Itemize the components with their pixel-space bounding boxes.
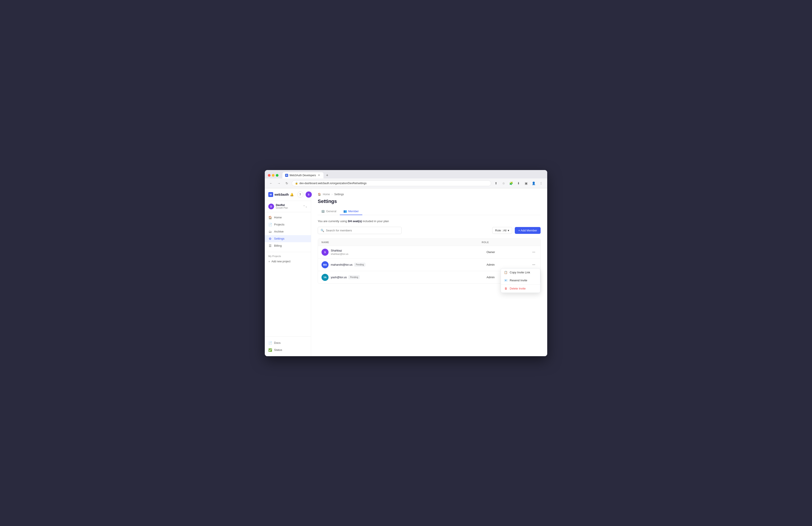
my-projects-section: My Projects + Add new project [265,253,311,266]
seat-info-suffix: included in your plan [362,219,389,223]
share-button[interactable]: ⬆ [493,180,499,186]
add-member-button[interactable]: + Add Member [515,227,541,234]
sidebar-item-home[interactable]: 🏠 Home [265,214,311,221]
add-project-button[interactable]: + Add new project [268,259,307,264]
forward-button[interactable]: → [276,180,282,186]
tab-general-label: General [326,210,336,213]
lock-icon: 🔒 [295,182,298,185]
col-role-header: ROLE [482,241,526,244]
add-icon: + [268,260,270,263]
chevron-down-icon: ▾ [508,229,509,232]
header-actions: 🔔 ? S [289,191,312,198]
toolbar-actions: ⬆ ☆ 🧩 ⬇ ▣ 👤 ⋮ [493,180,544,186]
general-tab-icon: 🏢 [321,210,325,213]
home-icon: 🏠 [268,216,272,219]
resend-invite-item[interactable]: 📧 Resend Invite [501,276,540,284]
user-profile-button[interactable]: 👤 [531,180,537,186]
bookmark-button[interactable]: ☆ [501,180,507,186]
member-details: yash@tor.us Pending [331,275,360,279]
right-controls: Role : All ▾ + Add Member [492,227,541,234]
avatar: MA [321,261,329,268]
tab-close-button[interactable]: ✕ [317,173,321,177]
org-selector[interactable]: D DevRel Growth Plan ⌃⌄ [265,201,311,212]
browser-tab-active[interactable]: W Web3Auth Developers ✕ [282,172,323,179]
menu-button[interactable]: ⋮ [538,180,544,186]
address-bar[interactable]: 🔒 dev-dashboard.web3auth.io/organization… [292,181,491,186]
profiles-button[interactable]: ▣ [523,180,529,186]
tab-member[interactable]: 👥 Member [340,208,362,215]
copy-invite-link-item[interactable]: 📋 Copy Invite Link [501,269,540,276]
nav-divider [265,252,311,252]
sidebar-footer: 📄 Docs ✅ Status [265,337,311,356]
download-button[interactable]: ⬇ [516,180,522,186]
table-row: S Shahbaz shahbaz@tor.us Owner ··· [318,246,540,259]
close-button[interactable] [268,174,271,177]
billing-icon: ☰ [268,244,272,247]
member-name: Shahbaz [331,249,348,252]
sidebar-item-projects[interactable]: 📄 Projects [265,221,311,228]
notification-bell-button[interactable]: 🔔 [289,191,295,198]
tab-title: Web3Auth Developers [290,174,316,177]
maximize-button[interactable] [276,174,278,177]
new-tab-button[interactable]: + [324,173,330,179]
member-tab-icon: 👥 [343,210,347,213]
more-options-button[interactable]: ··· [531,249,537,255]
breadcrumb-home: Home [323,193,330,196]
sidebar-item-docs-label: Docs [274,341,281,344]
avatar: YA [321,274,329,281]
tab-bar: W Web3Auth Developers ✕ + [282,172,544,179]
minimize-button[interactable] [272,174,275,177]
member-details: Shahbaz shahbaz@tor.us [331,249,348,255]
logo: W web3auth [268,192,289,197]
sidebar-item-settings[interactable]: ⚙ Settings [265,235,311,242]
copy-icon: 📋 [504,271,508,274]
sidebar-item-projects-label: Projects [274,223,285,226]
extensions-button[interactable]: 🧩 [508,180,514,186]
status-badge: Pending [354,263,365,267]
org-avatar: D [268,203,274,209]
status-badge: Pending [348,275,360,279]
back-button[interactable]: ← [268,180,274,186]
logo-icon: W [268,192,273,197]
members-table: NAME ROLE S Shahbaz shahbaz@tor.us Owner… [318,239,541,284]
seat-count: 3/4 seat(s) [348,219,362,223]
sidebar-item-archive[interactable]: 🗂 Archive [265,228,311,235]
role-filter-label: Role : All [495,229,506,232]
role-filter-dropdown[interactable]: Role : All ▾ [492,227,512,234]
col-name-header: NAME [321,241,482,244]
member-role: Owner [487,251,531,254]
sidebar-item-billing[interactable]: ☰ Billing [265,242,311,249]
settings-icon: ⚙ [268,237,272,241]
help-button[interactable]: ? [297,191,303,198]
sidebar-item-status[interactable]: ✅ Status [265,346,311,354]
search-input[interactable] [326,229,399,232]
col-actions-header [526,241,537,244]
app-header: W web3auth 🔔 ? S [265,188,311,201]
expand-icon: ⌃⌄ [303,205,307,208]
copy-invite-label: Copy Invite Link [510,271,530,274]
refresh-button[interactable]: ↻ [284,180,290,186]
my-projects-label: My Projects [268,255,307,257]
breadcrumb-separator: › [332,193,333,196]
status-icon: ✅ [268,348,272,352]
app-container: W web3auth 🔔 ? S D DevRel Growth Plan [265,188,547,356]
seat-info-prefix: You are currently using [318,219,348,223]
sidebar-item-settings-label: Settings [274,237,285,240]
user-avatar-header[interactable]: S [306,191,312,198]
tab-general[interactable]: 🏢 General [318,208,340,215]
delete-invite-item[interactable]: 🗑 Delete Invite [501,285,540,293]
sidebar-item-docs[interactable]: 📄 Docs [265,339,311,346]
dropdown-menu: 📋 Copy Invite Link 📧 Resend Invite 🗑 Del… [501,268,540,293]
org-name: DevRel [276,203,288,207]
breadcrumb-home-icon: 🏠 [318,193,321,196]
traffic-lights [268,174,278,177]
member-role: Admin [487,263,531,266]
resend-icon: 📧 [504,279,508,282]
delete-invite-label: Delete Invite [510,287,526,290]
more-options-button[interactable]: ··· [531,262,537,268]
member-name: yash@tor.us [331,275,347,279]
member-details: maharshi@tor.us Pending [331,263,365,267]
member-name-row: maharshi@tor.us Pending [331,263,365,267]
search-box[interactable]: 🔍 [318,227,402,234]
url-text: dev-dashboard.web3auth.io/organization/D… [300,182,366,185]
